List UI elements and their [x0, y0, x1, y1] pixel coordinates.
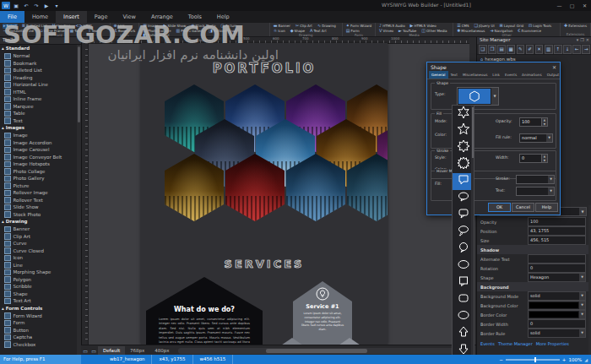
toolbox-item-stock-photo[interactable]: Stock Photo: [0, 211, 77, 219]
pin-icon[interactable]: ▾: [577, 36, 579, 44]
menu-tab-arrange[interactable]: Arrange: [144, 11, 181, 23]
down-icon[interactable]: ↓: [563, 45, 572, 54]
dialog-tab-output[interactable]: Output: [545, 71, 562, 79]
toolbox-item-form-wizard[interactable]: Form Wizard: [0, 312, 77, 320]
dialog-tab-general[interactable]: General: [429, 71, 448, 79]
save-icon[interactable]: ▣: [12, 2, 20, 9]
toolbox-item-icon[interactable]: Icon: [0, 254, 77, 262]
toolbox-item-image[interactable]: Image: [0, 132, 77, 139]
chevron-down-icon[interactable]: ▼: [579, 274, 585, 281]
canvas-horizontal-scrollbar[interactable]: [178, 348, 473, 354]
app-icon[interactable]: W: [2, 2, 10, 9]
link-theme-manager[interactable]: Theme Manager: [498, 341, 533, 346]
toolbox-item-bulleted-list[interactable]: Bulleted List: [0, 67, 77, 74]
toolbox-item-morphing-shape[interactable]: Morphing Shape: [0, 269, 77, 276]
toolbox-item-slide-show[interactable]: Slide Show: [0, 204, 77, 211]
toolbox-item-bookmark[interactable]: Bookmark: [0, 60, 77, 68]
shape-type-combobox[interactable]: ▼: [457, 87, 499, 106]
toolbox-item-inline-frame[interactable]: Inline Frame: [0, 95, 77, 103]
chevron-down-icon[interactable]: ▼: [491, 88, 498, 105]
chevron-down-icon[interactable]: ▼: [579, 292, 585, 300]
dialog-tab-text[interactable]: Text: [448, 71, 460, 79]
toolbox-item-image-hotspots[interactable]: Image Hotspots: [0, 160, 77, 168]
toolbox-item-curve[interactable]: Curve: [0, 240, 77, 247]
property-row-border-rule[interactable]: Border Rulesolid▼: [477, 329, 591, 338]
property-row-border-color[interactable]: Border Color▼: [477, 310, 591, 319]
toolbox-item-text-art[interactable]: Text Art: [0, 297, 77, 305]
toolbox-item-marquee[interactable]: Marquee: [0, 103, 77, 111]
property-value-opacity[interactable]: 100: [528, 217, 586, 226]
property-value-border-color[interactable]: ▼: [528, 310, 586, 319]
toolbox-item-normal[interactable]: Normal: [0, 52, 77, 60]
shape-list-scrollbar[interactable]: [471, 106, 474, 361]
menu-tab-help[interactable]: Help: [209, 11, 237, 23]
chevron-down-icon[interactable]: ▼: [579, 311, 585, 318]
page-properties-icon[interactable]: ▤: [497, 45, 506, 54]
toolbox-item-curve-closed[interactable]: Curve Closed: [0, 247, 77, 255]
design-canvas[interactable]: 3004005006007008009001000 PORTFOLIO SERV…: [81, 36, 469, 345]
toolbox-item-photo-gallery[interactable]: Photo Gallery: [0, 175, 77, 182]
property-row-rotation[interactable]: Rotation0: [477, 263, 591, 273]
menu-tab-tools[interactable]: Tools: [181, 11, 209, 23]
preview-icon[interactable]: ▶: [42, 2, 51, 9]
ribbon-item-rollover-image[interactable]: ◨Rollover Image: [208, 29, 240, 34]
link-more-properties[interactable]: More Properties: [536, 341, 569, 346]
dialog-tab-link[interactable]: Link: [490, 71, 502, 79]
zoom-in-icon[interactable]: +: [562, 357, 567, 362]
float-icon[interactable]: ❐: [580, 36, 583, 44]
property-value-border-rule[interactable]: solid▼: [528, 329, 586, 338]
property-row-opacity[interactable]: Opacity100: [477, 217, 591, 226]
property-value-size[interactable]: 456, 515: [528, 236, 586, 245]
close-button[interactable]: ✕: [578, 0, 591, 11]
property-row-background-color[interactable]: Background Color▼: [477, 301, 591, 310]
menu-tab-file[interactable]: File: [0, 11, 24, 23]
toolbox-item-form[interactable]: Form: [0, 319, 77, 327]
toolbox-item-button[interactable]: Button: [0, 327, 77, 334]
property-row-size[interactable]: Size456, 515: [477, 236, 591, 245]
delete-icon[interactable]: ✕: [535, 45, 544, 54]
property-row-alternate-text[interactable]: Alternate Text: [477, 254, 591, 263]
toolbox-item-horizontal-line[interactable]: Horizontal Line: [0, 81, 77, 89]
service1-hexagon[interactable]: Service #1 Lorem ipsum dolor sit amet, c…: [293, 281, 352, 345]
toolbox-item-banner[interactable]: Banner: [0, 225, 77, 233]
cancel-button[interactable]: Cancel: [512, 203, 534, 212]
breakpoint-tab-default[interactable]: Default: [98, 346, 125, 356]
link-events[interactable]: Events: [480, 341, 495, 346]
toolbox-item-polygon[interactable]: Polygon: [0, 276, 77, 284]
menu-tab-insert[interactable]: Insert: [56, 11, 87, 23]
property-value-border-width[interactable]: 0: [528, 319, 586, 329]
edit-icon[interactable]: ✎: [517, 45, 525, 54]
back-icon[interactable]: ←: [572, 45, 581, 54]
toolbox-item-image-conveyor-belt[interactable]: Image Conveyor Belt: [0, 154, 77, 161]
resize-grip[interactable]: ◢: [584, 357, 588, 362]
breakpoint-tab-480px[interactable]: 480px: [149, 346, 174, 356]
import-icon[interactable]: ▥: [545, 45, 553, 54]
fill-rule-select[interactable]: normal▼: [519, 133, 553, 143]
property-row-background-mode[interactable]: Background Modesolid▼: [477, 291, 591, 301]
close-icon[interactable]: ✕: [552, 64, 556, 70]
property-value-position[interactable]: 43, 1755: [528, 226, 586, 236]
more-icon[interactable]: ▾: [52, 2, 61, 9]
toolbox-item-clip-art[interactable]: Clip Art: [0, 233, 77, 241]
hover-text-select[interactable]: ▼: [516, 187, 555, 196]
toolbox-item-rollover-image[interactable]: Rollover Image: [0, 189, 77, 197]
ribbon-item-extensions[interactable]: ✚Extensions: [563, 24, 588, 29]
portfolio-heading[interactable]: PORTFOLIO: [141, 61, 388, 76]
toolbox-section-drawing[interactable]: ▴ Drawing: [0, 218, 77, 225]
tablet-icon[interactable]: ▭: [89, 348, 98, 354]
toolbox-section-standard[interactable]: ▴ Standard: [0, 45, 77, 52]
forward-icon[interactable]: →: [582, 45, 590, 54]
close-icon[interactable]: ✕: [586, 36, 589, 44]
toolbox-item-shape[interactable]: Shape: [0, 291, 77, 298]
rename-icon[interactable]: ✐: [526, 45, 534, 54]
minimize-button[interactable]: —: [553, 0, 566, 11]
chevron-down-icon[interactable]: ▼: [579, 329, 585, 337]
services-heading[interactable]: SERVICES: [141, 258, 388, 270]
toolbox-item-checkbox[interactable]: Checkbox: [0, 341, 77, 349]
toolbox-scrollbar[interactable]: [77, 45, 81, 355]
monitor-icon[interactable]: ▭: [81, 348, 89, 354]
dialog-tab-miscellaneous[interactable]: Miscellaneous: [460, 71, 490, 79]
what-we-do-hexagon[interactable]: What do we do? Lorem ipsum dolor sit ame…: [146, 277, 263, 345]
ok-button[interactable]: OK: [488, 203, 511, 212]
redo-icon[interactable]: ↷: [32, 2, 41, 9]
